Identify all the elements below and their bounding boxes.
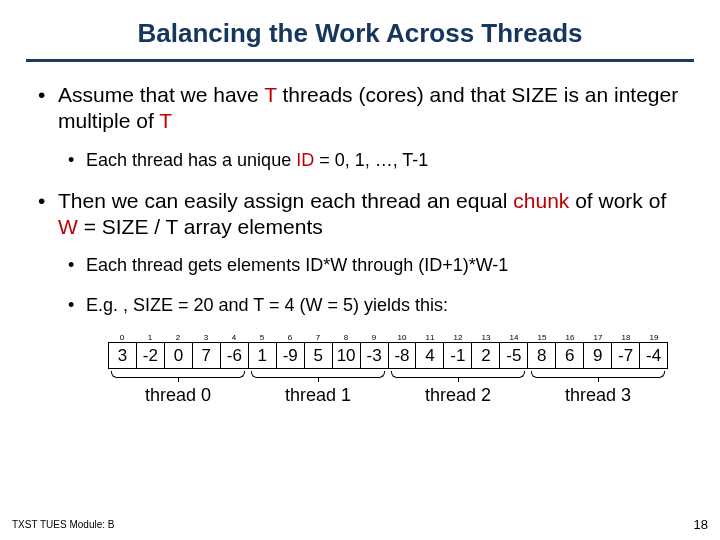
array-index: 0 xyxy=(108,333,136,342)
array-diagram: 012345678910111213141516171819 3-207-61-… xyxy=(108,333,668,406)
brace-1 xyxy=(248,369,388,383)
footer-module: TXST TUES Module: B xyxy=(12,519,114,530)
bullet-1a: Each thread has a unique ID = 0, 1, …, T… xyxy=(58,149,682,172)
array-index: 15 xyxy=(528,333,556,342)
array-index: 6 xyxy=(276,333,304,342)
array-cell: 3 xyxy=(108,342,136,369)
array-cell: -2 xyxy=(136,342,164,369)
array-index: 7 xyxy=(304,333,332,342)
thread-label-1: thread 1 xyxy=(248,385,388,406)
text: = SIZE / T array elements xyxy=(78,215,323,238)
em-W: W xyxy=(58,215,78,238)
array-cell: 0 xyxy=(164,342,192,369)
array-index: 1 xyxy=(136,333,164,342)
array-index: 10 xyxy=(388,333,416,342)
slide-body: Assume that we have T threads (cores) an… xyxy=(0,62,720,406)
text: Each thread has a unique xyxy=(86,150,296,170)
thread-label-0: thread 0 xyxy=(108,385,248,406)
array-cell: 8 xyxy=(527,342,555,369)
array-index: 2 xyxy=(164,333,192,342)
array-index: 3 xyxy=(192,333,220,342)
array-cell: -7 xyxy=(611,342,639,369)
array-index: 14 xyxy=(500,333,528,342)
page-number: 18 xyxy=(694,517,708,532)
em-ID: ID xyxy=(296,150,314,170)
array-cell: 5 xyxy=(304,342,332,369)
text: of work of xyxy=(569,189,666,212)
array-cell: -8 xyxy=(388,342,416,369)
page-title: Balancing the Work Across Threads xyxy=(0,0,720,55)
array-index: 12 xyxy=(444,333,472,342)
text: Then we can easily assign each thread an… xyxy=(58,189,513,212)
array-index: 19 xyxy=(640,333,668,342)
array-index: 17 xyxy=(584,333,612,342)
brace-2 xyxy=(388,369,528,383)
array-cell: -5 xyxy=(499,342,527,369)
value-row: 3-207-61-9510-3-84-12-5869-7-4 xyxy=(108,342,668,369)
brace-0 xyxy=(108,369,248,383)
array-index: 5 xyxy=(248,333,276,342)
thread-label-row: thread 0 thread 1 thread 2 thread 3 xyxy=(108,385,668,406)
array-cell: -1 xyxy=(443,342,471,369)
array-index: 16 xyxy=(556,333,584,342)
thread-label-2: thread 2 xyxy=(388,385,528,406)
bullet-2a: Each thread gets elements ID*W through (… xyxy=(58,254,682,277)
thread-label-3: thread 3 xyxy=(528,385,668,406)
brace-row xyxy=(108,369,668,383)
bullet-2: Then we can easily assign each thread an… xyxy=(30,188,682,317)
array-cell: -9 xyxy=(276,342,304,369)
array-cell: -3 xyxy=(360,342,388,369)
array-cell: 6 xyxy=(555,342,583,369)
array-cell: -4 xyxy=(639,342,668,369)
array-index: 8 xyxy=(332,333,360,342)
array-index: 9 xyxy=(360,333,388,342)
array-cell: 10 xyxy=(332,342,360,369)
bullet-2b: E.g. , SIZE = 20 and T = 4 (W = 5) yield… xyxy=(58,294,682,317)
index-row: 012345678910111213141516171819 xyxy=(108,333,668,342)
brace-3 xyxy=(528,369,668,383)
bullet-1: Assume that we have T threads (cores) an… xyxy=(30,82,682,172)
em-chunk: chunk xyxy=(513,189,569,212)
array-index: 4 xyxy=(220,333,248,342)
array-index: 13 xyxy=(472,333,500,342)
em-T2: T xyxy=(159,109,172,132)
array-index: 11 xyxy=(416,333,444,342)
array-cell: 1 xyxy=(248,342,276,369)
array-cell: 7 xyxy=(192,342,220,369)
array-cell: 9 xyxy=(583,342,611,369)
array-cell: 4 xyxy=(415,342,443,369)
em-T: T xyxy=(264,83,276,106)
array-cell: -6 xyxy=(220,342,248,369)
text: Assume that we have xyxy=(58,83,264,106)
array-cell: 2 xyxy=(471,342,499,369)
array-index: 18 xyxy=(612,333,640,342)
text: = 0, 1, …, T-1 xyxy=(314,150,428,170)
